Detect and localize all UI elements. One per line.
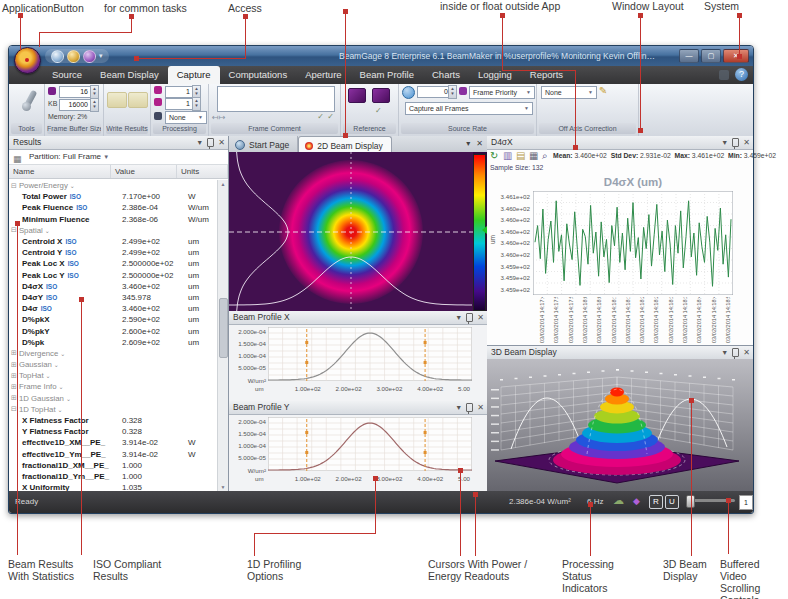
ribbon-tab-capture[interactable]: Capture: [168, 66, 220, 84]
results-row[interactable]: Total PowerISO7.170e+00W: [9, 191, 218, 202]
maximize-button[interactable]: ▢: [701, 49, 721, 63]
results-row[interactable]: X Flatness Factor0.328: [9, 415, 218, 426]
pin-icon[interactable]: [732, 138, 739, 147]
panel-menu-icon[interactable]: ▼: [455, 311, 462, 324]
results-row[interactable]: effective1D_Ym__PE_3.914e-02W: [9, 449, 218, 460]
options-icon[interactable]: [719, 70, 729, 80]
tab-2d-beam-display[interactable]: 2D Beam Display: [298, 136, 392, 152]
panel-menu-icon[interactable]: ▼: [196, 136, 203, 149]
results-section-row[interactable]: ⊟1D TopHat⌄: [9, 404, 218, 415]
source-rate-input[interactable]: 0: [417, 86, 451, 98]
results-row[interactable]: Minimum Fluence2.368e-06W/um: [9, 214, 218, 225]
processing-mode-dropdown[interactable]: None▼: [165, 111, 207, 124]
ribbon-tab-beam-display[interactable]: Beam Display: [91, 66, 168, 84]
quick-access-customize-caret-icon[interactable]: ▾: [99, 52, 103, 60]
copy-icon[interactable]: ▤: [516, 151, 525, 161]
pin-icon[interactable]: [466, 313, 473, 322]
ribbon-tab-charts[interactable]: Charts: [423, 66, 469, 84]
kb-input[interactable]: 16000: [59, 99, 91, 111]
results-row[interactable]: Peak FluenceISO2.386e-04W/um: [9, 202, 218, 213]
results-column-headers[interactable]: Name Value Units: [9, 165, 228, 179]
comment-apply-icon[interactable]: ✓: [317, 112, 324, 121]
ribbon-tab-aperture[interactable]: Aperture: [296, 66, 350, 84]
tab-close-icon[interactable]: ✕: [476, 139, 483, 148]
write-results-icon[interactable]: [128, 92, 148, 108]
comment-nav-arrows-icon[interactable]: ↤↦: [212, 114, 232, 122]
close-panel-icon[interactable]: ✕: [743, 136, 750, 149]
results-row[interactable]: D4σISO3.460e+02um: [9, 303, 218, 314]
results-section-row[interactable]: ⊟Power/Energy⌄: [9, 180, 218, 191]
column-header-units[interactable]: Units: [177, 165, 228, 178]
write-results-icon[interactable]: [107, 92, 127, 108]
results-row[interactable]: Centroid YISO2.499e+02um: [9, 247, 218, 258]
panel-menu-icon[interactable]: ▼: [721, 346, 728, 359]
frame-priority-dropdown[interactable]: Frame Priority▼: [469, 86, 535, 99]
application-button-icon[interactable]: [14, 47, 41, 74]
column-header-value[interactable]: Value: [111, 165, 177, 178]
results-row[interactable]: D%pk2.609e+02um: [9, 337, 218, 348]
panel-menu-icon[interactable]: ▼: [721, 136, 728, 149]
results-section-row[interactable]: ⊞Gaussian⌄: [9, 359, 218, 370]
results-scrollbar[interactable]: ▲ ▼: [217, 180, 228, 491]
results-section-row[interactable]: ⊞TopHat⌄: [9, 370, 218, 381]
ribbon-tab-beam-profile[interactable]: Beam Profile: [351, 66, 423, 84]
beam-profile-x-header[interactable]: Beam Profile X ▼ ✕: [229, 311, 487, 325]
results-row[interactable]: X Uniformity1.035: [9, 482, 218, 491]
results-row[interactable]: Peak Loc XISO2.500000e+02um: [9, 258, 218, 269]
refresh-icon[interactable]: ↻: [490, 151, 498, 161]
results-section-row[interactable]: ⊞Divergence⌄: [9, 348, 218, 359]
y-decimation-input[interactable]: 1: [165, 98, 193, 110]
scroll-up-icon[interactable]: ▲: [218, 181, 228, 187]
pin-icon[interactable]: [466, 403, 473, 412]
comment-apply-all-icon[interactable]: ✓: [327, 112, 334, 121]
close-panel-icon[interactable]: ✕: [743, 346, 750, 359]
capture-mode-dropdown[interactable]: Capture all Frames▼: [405, 102, 533, 115]
frames-input[interactable]: 16: [59, 86, 91, 98]
title-bar[interactable]: ▾ BeamGage 8 Enterprise 6.1 BeamMaker in…: [9, 46, 753, 66]
kb-spinner[interactable]: ▲▼: [90, 98, 99, 112]
close-panel-icon[interactable]: ✕: [477, 311, 484, 324]
results-row[interactable]: D4σYISO345.978um: [9, 292, 218, 303]
results-panel-header[interactable]: Results ▼ ✕: [9, 136, 228, 150]
quick-access-button-icon[interactable]: [83, 50, 96, 63]
frame-comment-input[interactable]: [217, 86, 335, 112]
tab-start-page[interactable]: Start Page: [229, 136, 298, 152]
chart-type-icon[interactable]: ▥: [503, 151, 512, 161]
pin-icon[interactable]: [207, 138, 214, 147]
close-panel-icon[interactable]: ✕: [218, 136, 225, 149]
beam-profile-y-header[interactable]: Beam Profile Y ▼ ✕: [229, 401, 487, 415]
print-icon[interactable]: ▦: [529, 151, 538, 161]
source-rate-spinner[interactable]: ▲▼: [448, 85, 457, 99]
tools-icon[interactable]: [19, 88, 41, 114]
minimize-button[interactable]: —: [679, 49, 699, 63]
reference-apply-icon[interactable]: ✓: [375, 106, 382, 115]
frame-number-spinner[interactable]: 1: [739, 495, 753, 510]
status-indicator-r[interactable]: R: [649, 495, 663, 509]
results-row[interactable]: fractional1D_Ym__PE_1.000: [9, 471, 218, 482]
y-decimation-spinner[interactable]: ▲▼: [192, 97, 201, 111]
results-row[interactable]: D%pkX2.590e+02um: [9, 314, 218, 325]
scrollbar-thumb[interactable]: [219, 298, 228, 358]
ribbon-tab-source[interactable]: Source: [43, 66, 91, 84]
help-icon[interactable]: ?: [735, 68, 748, 81]
column-header-name[interactable]: Name: [9, 165, 111, 178]
results-row[interactable]: D4σXISO3.460e+02um: [9, 281, 218, 292]
x-decimation-input[interactable]: 1: [165, 86, 193, 98]
results-row[interactable]: Peak Loc YISO2.500000e+02um: [9, 270, 218, 281]
results-row[interactable]: effective1D_XM__PE_3.914e-02W: [9, 437, 218, 448]
partition-selector[interactable]: ▦ Partition: Full Frame ▼: [9, 150, 228, 165]
results-section-row[interactable]: ⊟Spatial⌄: [9, 225, 218, 236]
pencil-icon[interactable]: ✎: [599, 85, 607, 96]
reference-result-icon[interactable]: [372, 88, 390, 103]
3d-beam-header[interactable]: 3D Beam Display ▼ ✕: [487, 346, 753, 360]
off-axis-dropdown[interactable]: None▼: [541, 86, 597, 99]
panel-menu-icon[interactable]: ▼: [455, 401, 462, 414]
quick-access-button-icon[interactable]: [51, 50, 64, 63]
quick-access-toolbar[interactable]: ▾: [45, 49, 109, 63]
quick-access-button-icon[interactable]: [67, 50, 80, 63]
status-indicator-u[interactable]: U: [665, 495, 679, 509]
results-row[interactable]: fractional1D_XM__PE_1.000: [9, 460, 218, 471]
results-row[interactable]: Centroid XISO2.499e+02um: [9, 236, 218, 247]
results-row[interactable]: Y Flatness Factor0.328: [9, 426, 218, 437]
results-section-row[interactable]: ⊞1D Gaussian⌄: [9, 393, 218, 404]
